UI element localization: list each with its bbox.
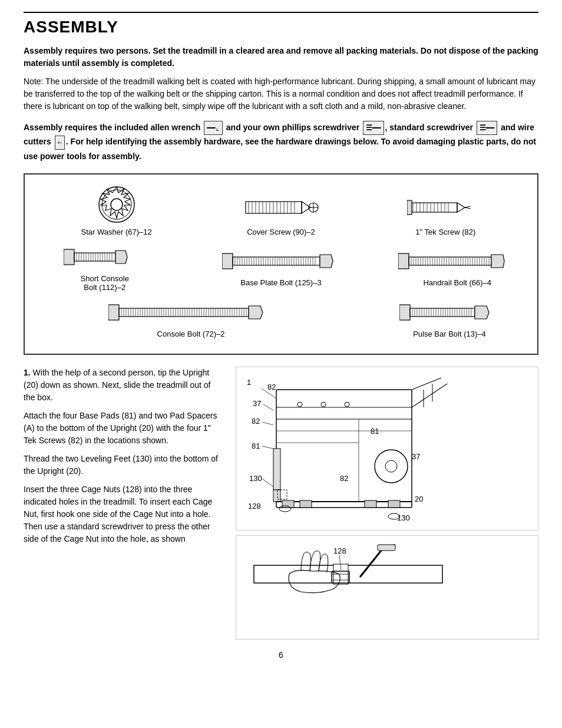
svg-line-36 xyxy=(465,207,471,209)
hw-base-plate-bolt: Base Plate Bolt (125)–3 xyxy=(175,246,386,287)
svg-text:37: 37 xyxy=(412,452,420,461)
svg-rect-233 xyxy=(273,449,280,490)
svg-rect-129 xyxy=(108,305,119,320)
tools-paragraph: Assembly requires the included allen wre… xyxy=(24,121,538,164)
hardware-row-2: Short ConsoleBolt (112)–2 xyxy=(34,242,528,292)
pulse-bar-bolt-drawing xyxy=(371,298,528,327)
svg-point-232 xyxy=(385,460,397,472)
pulse-bar-bolt-label: Pulse Bar Bolt (13)–4 xyxy=(371,330,528,338)
console-bolt-label: Console Bolt (72)–2 xyxy=(34,330,348,338)
hw-star-washer: Star Washer (67)–12 xyxy=(34,184,199,236)
svg-rect-3 xyxy=(246,202,302,213)
hw-cover-screw: Cover Screw (90)–2 xyxy=(199,190,363,236)
svg-rect-130 xyxy=(119,308,249,317)
tek-screw-label: 1" Tek Screw (82) xyxy=(415,228,475,236)
base-plate-bolt-label: Base Plate Bolt (125)–3 xyxy=(240,278,321,287)
step-1-text-2: Attach the four Base Pads (81) and two P… xyxy=(24,410,224,447)
svg-marker-34 xyxy=(457,203,465,212)
standard-screwdriver-icon: ☰━━ xyxy=(477,121,497,135)
svg-line-240 xyxy=(263,404,273,410)
svg-point-238 xyxy=(345,402,349,407)
phillips-icon: ☰━━ xyxy=(363,121,384,135)
svg-text:128: 128 xyxy=(248,502,261,510)
svg-text:37: 37 xyxy=(253,399,261,408)
svg-text:81: 81 xyxy=(252,442,260,450)
tools-bold: For help identifying the assembly hardwa… xyxy=(24,137,536,160)
svg-rect-263 xyxy=(378,545,395,551)
intro-main-text: Set the treadmill in a cleared area and … xyxy=(153,46,420,55)
hw-pulse-bar-bolt: Pulse Bar Bolt (13)–4 xyxy=(371,298,528,338)
handrail-bolt-drawing xyxy=(398,246,516,276)
svg-rect-244 xyxy=(282,500,294,508)
step-1-intro: 1. With the help of a second person, tip… xyxy=(24,367,224,404)
svg-rect-247 xyxy=(388,500,400,508)
svg-line-251 xyxy=(412,378,441,390)
instructions-column: 1. With the help of a second person, tip… xyxy=(24,367,224,644)
hardware-diagram-box: Star Washer (67)–12 xyxy=(24,173,538,355)
hw-console-bolt: Console Bolt (72)–2 xyxy=(34,298,348,338)
svg-rect-37 xyxy=(407,200,412,215)
diagrams-column: 1 82 37 82 81 81 130 82 37 128 20 130 xyxy=(236,367,538,644)
step-1-text-3: Thread the two Leveling Feet (130) into … xyxy=(24,453,224,477)
star-washer-drawing xyxy=(96,184,137,225)
intro-bold-text: Assembly requires two persons. xyxy=(24,46,151,55)
svg-line-242 xyxy=(262,446,273,449)
svg-rect-245 xyxy=(300,500,312,508)
console-bolt-drawing xyxy=(34,298,348,327)
hw-short-console-bolt: Short ConsoleBolt (112)–2 xyxy=(34,242,175,292)
handrail-bolt-label: Handrail Bolt (66)–4 xyxy=(423,278,491,287)
cover-screw-label: Cover Screw (90)–2 xyxy=(247,228,315,236)
cover-screw-drawing xyxy=(243,190,319,225)
svg-rect-185 xyxy=(399,305,410,320)
short-console-bolt-label: Short ConsoleBolt (112)–2 xyxy=(81,274,129,292)
svg-text:82: 82 xyxy=(267,383,276,391)
page-number: 6 xyxy=(24,650,538,660)
svg-line-35 xyxy=(465,206,471,207)
svg-point-2 xyxy=(111,199,123,210)
wire-cutters-icon: ✄ xyxy=(55,136,65,150)
step-1-text-4: Insert the three Cage Nuts (128) into th… xyxy=(24,483,224,545)
svg-rect-246 xyxy=(365,500,376,508)
svg-text:130: 130 xyxy=(249,474,262,483)
hardware-row-1: Star Washer (67)–12 xyxy=(34,184,528,236)
step-1: 1. With the help of a second person, tip… xyxy=(24,367,224,545)
svg-rect-93 xyxy=(398,253,409,269)
page-number-value: 6 xyxy=(279,650,283,660)
cage-nut-diagram: 128 xyxy=(236,535,538,640)
bottom-section: 1. With the help of a second person, tip… xyxy=(24,367,538,644)
svg-rect-234 xyxy=(273,490,280,502)
svg-line-241 xyxy=(262,422,273,425)
star-washer-label: Star Washer (67)–12 xyxy=(81,228,152,236)
svg-point-236 xyxy=(297,402,302,407)
allen-wrench-icon: ━━⌞ xyxy=(204,121,223,135)
svg-rect-57 xyxy=(233,257,320,265)
svg-rect-186 xyxy=(410,308,475,317)
svg-text:20: 20 xyxy=(415,495,423,503)
step-1-text-1: With the help of a second person, tip th… xyxy=(24,368,211,402)
tek-screw-drawing xyxy=(407,190,484,225)
short-console-bolt-drawing xyxy=(64,242,146,272)
svg-text:128: 128 xyxy=(333,546,346,555)
svg-rect-38 xyxy=(64,249,74,265)
svg-line-243 xyxy=(262,479,273,487)
svg-text:81: 81 xyxy=(371,427,379,436)
svg-line-261 xyxy=(360,548,384,577)
svg-rect-39 xyxy=(74,253,115,261)
svg-text:82: 82 xyxy=(252,417,260,426)
hw-handrail-bolt: Handrail Bolt (66)–4 xyxy=(387,246,528,287)
svg-rect-94 xyxy=(409,257,491,265)
step-number: 1. xyxy=(24,368,31,377)
top-assembly-diagram: 1 82 37 82 81 81 130 82 37 128 20 130 xyxy=(236,367,538,531)
hw-tek-screw: 1" Tek Screw (82) xyxy=(363,190,528,236)
base-plate-bolt-drawing xyxy=(222,246,340,276)
page-title: ASSEMBLY xyxy=(24,12,538,37)
svg-rect-22 xyxy=(410,203,457,212)
svg-point-231 xyxy=(375,450,408,483)
svg-point-237 xyxy=(321,402,326,407)
note-paragraph: Note: The underside of the treadmill wal… xyxy=(24,75,538,113)
hardware-row-3: Console Bolt (72)–2 xyxy=(34,298,528,338)
svg-rect-56 xyxy=(222,253,233,269)
svg-text:1: 1 xyxy=(247,378,251,387)
svg-text:82: 82 xyxy=(340,474,348,483)
intro-paragraph: Assembly requires two persons. Set the t… xyxy=(24,45,538,70)
